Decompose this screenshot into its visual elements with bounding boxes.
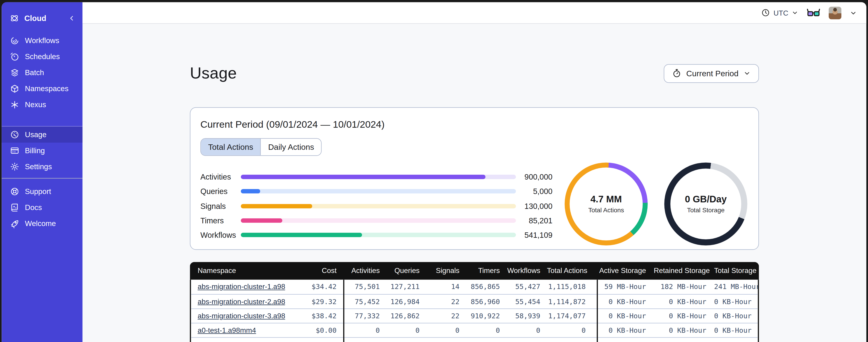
table-header-row: Namespace Cost Activities Queries Signal…	[190, 262, 759, 279]
sidebar-item-usage[interactable]: Usage	[2, 127, 83, 143]
tab-daily-actions[interactable]: Daily Actions	[261, 139, 321, 156]
bar-track	[241, 189, 516, 194]
sidebar-item-docs[interactable]: Docs	[2, 200, 83, 216]
donut-value: 4.7 MM	[591, 194, 622, 205]
column-header-total-storage: Total Storage	[714, 267, 758, 275]
cell-queries: 126,862	[386, 312, 426, 320]
welcome-icon	[10, 219, 20, 228]
cell-queries: 127,211	[386, 283, 426, 291]
feedback-glasses-icon[interactable]	[807, 7, 820, 18]
cell-total-actions: 1,174,077	[547, 312, 597, 320]
sidebar-item-label: Nexus	[25, 101, 46, 109]
table-row: abs-migration-cluster-1.a98mm4 $34.42 75…	[191, 279, 758, 294]
cell-timers: 0	[466, 340, 506, 342]
sidebar-item-label: Billing	[25, 146, 45, 155]
namespace-link[interactable]: abs-migration-cluster-1.a98mm4	[198, 283, 285, 291]
cell-activities: 0	[343, 340, 386, 342]
sidebar-item-nexus[interactable]: Nexus	[2, 97, 83, 113]
cell-workflows: 55,454	[506, 297, 547, 306]
chevron-down-icon	[792, 9, 798, 16]
bar-label: Signals	[200, 201, 241, 210]
sidebar-primary-section: Workflows Schedules Batch	[2, 33, 83, 113]
cell-total-storage: 0 KB-Hour	[714, 340, 758, 342]
cell-signals: 14	[426, 283, 466, 291]
cell-retained-storage: 0 KB-Hour	[654, 340, 714, 342]
cell-timers: 856,865	[466, 283, 506, 291]
title-row: Usage Current Period	[190, 54, 759, 93]
cell-workflows: 0	[506, 326, 547, 334]
donut-label: Total Actions	[588, 207, 624, 213]
bar-value: 900,000	[516, 172, 553, 181]
column-header-activities: Activities	[343, 267, 386, 275]
sidebar-item-label: Support	[25, 187, 51, 196]
bar-fill	[241, 175, 486, 179]
usage-charts: Activities 900,000 Queries	[200, 170, 748, 245]
cell-active-storage: 0 KB-Hour	[597, 312, 654, 320]
cell-cost: $0.00	[285, 340, 343, 342]
bar-label: Queries	[200, 187, 241, 196]
cell-cost: $38.42	[285, 312, 343, 320]
donut-charts: 4.7 MM Total Actions 0 GB/Day Total Stor…	[565, 163, 747, 245]
page-content: Usage Current Period	[83, 24, 866, 342]
cell-retained-storage: 182 MB-Hour	[654, 283, 714, 291]
sidebar-item-namespaces[interactable]: Namespaces	[2, 81, 83, 97]
sidebar-item-batch[interactable]: Batch	[2, 65, 83, 81]
cell-workflows: 0	[506, 340, 547, 342]
period-button-label: Current Period	[686, 69, 739, 78]
billing-icon	[10, 146, 20, 156]
chevron-down-icon[interactable]	[850, 9, 857, 16]
docs-icon	[10, 203, 20, 212]
cell-cost: $34.42	[285, 283, 343, 291]
temporal-logo-icon	[9, 13, 20, 23]
timezone-label: UTC	[774, 8, 788, 17]
cell-activities: 77,332	[343, 312, 386, 320]
workflows-icon	[10, 36, 20, 45]
sidebar-item-settings[interactable]: Settings	[2, 159, 83, 175]
sidebar-item-billing[interactable]: Billing	[2, 143, 83, 159]
cell-signals: 22	[426, 297, 466, 306]
cell-activities: 75,452	[343, 297, 386, 306]
cell-total-storage: 0 KB-Hour	[714, 326, 758, 334]
namespace-link[interactable]: a0-test-1.a98mm4	[198, 326, 256, 334]
sidebar-item-welcome[interactable]: Welcome	[2, 216, 83, 232]
column-header-workflows: Workflows	[506, 267, 547, 275]
cell-cost: $0.00	[285, 326, 343, 334]
cell-timers: 856,960	[466, 297, 506, 306]
sidebar-item-label: Docs	[25, 204, 42, 212]
bar-track	[241, 218, 516, 223]
bar-row-signals: Signals 130,000	[200, 199, 552, 213]
bar-value: 541,109	[516, 231, 553, 239]
chevron-left-icon[interactable]	[68, 14, 76, 22]
namespace-link[interactable]: abs-migration-cluster-2.a98mm4	[198, 297, 285, 306]
cell-retained-storage: 0 KB-Hour	[654, 297, 714, 306]
cell-queries: 0	[386, 340, 426, 342]
sidebar-account-section: Usage Billing Settings	[2, 127, 83, 175]
sidebar-item-schedules[interactable]: Schedules	[2, 49, 83, 65]
sidebar-item-label: Settings	[25, 163, 52, 171]
cell-total-storage: 241 MB-Hour	[714, 283, 758, 291]
bar-row-queries: Queries 5,000	[200, 184, 552, 199]
sidebar-item-label: Namespaces	[25, 84, 68, 93]
cell-timers: 910,922	[466, 312, 506, 320]
user-avatar[interactable]	[829, 6, 841, 19]
period-select-button[interactable]: Current Period	[663, 64, 759, 83]
cell-activities: 0	[343, 326, 386, 334]
cell-queries: 126,984	[386, 297, 426, 306]
sidebar-item-support[interactable]: Support	[2, 183, 83, 199]
cell-timers: 0	[466, 326, 506, 334]
namespace-link[interactable]: abs-migration-cluster-3.a98mm4	[198, 312, 285, 320]
timezone-selector[interactable]: UTC	[762, 8, 798, 17]
tab-total-actions[interactable]: Total Actions	[201, 139, 261, 156]
bar-fill	[241, 218, 282, 223]
column-header-total-actions: Total Actions	[547, 267, 597, 275]
namespace-link[interactable]: a0-test-2.a98mm4	[198, 340, 256, 342]
sidebar-item-label: Batch	[25, 69, 44, 77]
cell-total-actions: 1,114,872	[547, 297, 597, 306]
table-row: abs-migration-cluster-3.a98mm4 $38.42 77…	[191, 308, 758, 323]
bar-label: Workflows	[200, 231, 241, 239]
donut-center: 0 GB/Day Total Storage	[670, 169, 741, 239]
table-row: a0-test-1.a98mm4 $0.00 0 0 0 0 0 0 0 KB-…	[191, 323, 758, 337]
cell-total-actions: 0	[547, 326, 597, 334]
schedules-icon	[10, 52, 20, 61]
sidebar-item-workflows[interactable]: Workflows	[2, 33, 83, 49]
